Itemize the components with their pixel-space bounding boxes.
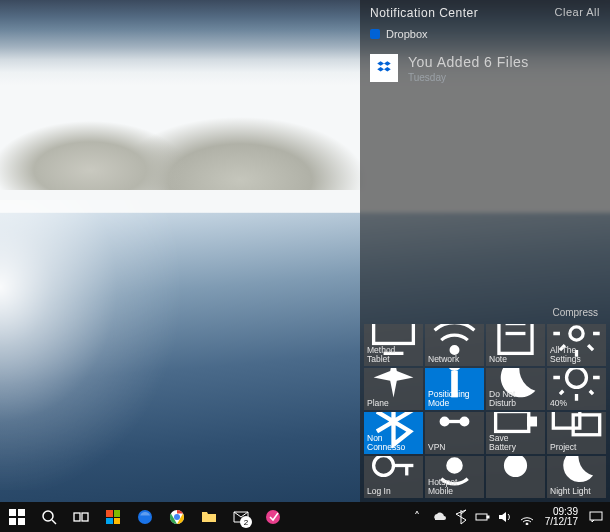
svg-point-36 (526, 523, 528, 525)
quick-tile-label: Method Tablet (367, 346, 420, 364)
svg-point-32 (174, 514, 180, 520)
quick-tile-label: Night Light (550, 487, 603, 496)
wallpaper-mountain (0, 100, 380, 190)
action-center-panel: Notification Center Clear All Dropbox Yo… (360, 0, 610, 502)
quick-tile-location[interactable]: Positioning Mode (425, 368, 484, 410)
key-icon (367, 458, 420, 472)
svg-rect-0 (374, 324, 414, 343)
quick-tile-battery-saver[interactable]: Save Battery (486, 412, 545, 454)
file-explorer-button[interactable] (194, 502, 224, 532)
bluetooth-tray-icon[interactable] (453, 509, 469, 525)
hotspot-icon (428, 458, 481, 472)
mail-badge: 2 (240, 516, 252, 528)
sun-icon (489, 458, 542, 472)
quick-tile-nightlight[interactable]: Night Light (547, 456, 606, 498)
notification-item[interactable]: You Added 6 Files Tuesday (360, 44, 610, 87)
project-icon (550, 414, 603, 428)
svg-point-9 (567, 368, 587, 387)
brightness-icon (550, 370, 603, 384)
quick-action-grid: Method TabletNetworkNoteAll The Settings… (360, 324, 610, 502)
svg-rect-24 (9, 518, 16, 525)
pinned-app-button[interactable] (258, 502, 288, 532)
notification-group: Dropbox (360, 24, 610, 44)
collapse-link[interactable]: Compress (360, 303, 610, 324)
quick-tile-login[interactable]: Log In (364, 456, 423, 498)
taskbar-clock[interactable]: 09:39 7/12/17 (541, 507, 582, 527)
clock-date: 7/12/17 (545, 517, 578, 527)
battery-tray-icon[interactable] (475, 509, 491, 525)
quick-tile-label: Hotspot Mobile (428, 478, 481, 496)
system-tray: ˄ 09:39 7/12/17 (409, 507, 610, 527)
location-icon (428, 370, 481, 384)
quick-tile-settings[interactable]: All The Settings (547, 324, 606, 366)
quick-tile-label: Do Not Disturb (489, 390, 542, 408)
svg-point-7 (448, 368, 461, 370)
svg-rect-37 (590, 512, 602, 520)
svg-rect-28 (74, 513, 80, 521)
svg-point-21 (506, 456, 526, 475)
quick-tile-label: Project (550, 443, 603, 452)
battery-icon (489, 414, 542, 428)
svg-point-20 (448, 458, 461, 471)
airplane-icon (367, 370, 420, 384)
quick-tile-project[interactable]: Project (547, 412, 606, 454)
quick-tile-airplane[interactable]: Plane (364, 368, 423, 410)
notification-app-header[interactable]: Dropbox (370, 28, 600, 40)
task-view-button[interactable] (66, 502, 96, 532)
start-button[interactable] (2, 502, 32, 532)
clear-all-link[interactable]: Clear All (555, 6, 600, 20)
quick-tile-tablet-mode[interactable]: Method Tablet (364, 324, 423, 366)
svg-point-6 (570, 326, 583, 339)
quick-tile-label: Positioning Mode (428, 390, 481, 408)
quick-tile-label: Log In (367, 487, 420, 496)
tablet-icon (367, 326, 420, 340)
quick-tile-label: 40% (550, 399, 603, 408)
network-tray-icon[interactable] (519, 509, 535, 525)
wallpaper-sunglare (0, 200, 230, 490)
mail-button[interactable]: 2 (226, 502, 256, 532)
svg-rect-3 (499, 324, 532, 353)
action-center-tray-icon[interactable] (588, 509, 604, 525)
svg-rect-29 (82, 513, 88, 521)
svg-rect-22 (9, 509, 16, 516)
quick-tile-vpn[interactable]: VPN (425, 412, 484, 454)
notification-title: You Added 6 Files (408, 54, 529, 70)
note-icon (489, 326, 542, 340)
svg-rect-34 (476, 514, 487, 520)
svg-line-27 (52, 520, 56, 524)
quick-tile-nightlight-a[interactable] (486, 456, 545, 498)
quick-tile-hotspot[interactable]: Hotspot Mobile (425, 456, 484, 498)
svg-rect-16 (573, 414, 600, 434)
quick-tile-dnd[interactable]: Do Not Disturb (486, 368, 545, 410)
quick-tile-label: Plane (367, 399, 420, 408)
edge-button[interactable] (130, 502, 160, 532)
quick-tile-label: Network (428, 355, 481, 364)
quick-tile-label: VPN (428, 443, 481, 452)
dropbox-icon (370, 54, 398, 82)
svg-point-26 (43, 511, 53, 521)
quick-tile-label: Non Connesso (367, 434, 420, 452)
quick-tile-bluetooth[interactable]: Non Connesso (364, 412, 423, 454)
svg-rect-35 (487, 516, 489, 518)
store-button[interactable] (98, 502, 128, 532)
wifi-icon (428, 326, 481, 340)
quick-tile-network[interactable]: Network (425, 324, 484, 366)
svg-point-33 (266, 510, 280, 524)
action-center-title: Notification Center (370, 6, 478, 20)
search-button[interactable] (34, 502, 64, 532)
quick-tile-label: Save Battery (489, 434, 542, 452)
quick-tile-label: Note (489, 355, 542, 364)
settings-icon (550, 326, 603, 340)
svg-rect-23 (18, 509, 25, 516)
quick-tile-note[interactable]: Note (486, 324, 545, 366)
moon-icon (489, 370, 542, 384)
notification-time: Tuesday (408, 72, 529, 83)
quick-tile-brightness[interactable]: 40% (547, 368, 606, 410)
quick-tile-label: All The Settings (550, 346, 603, 364)
tray-overflow-icon[interactable]: ˄ (409, 509, 425, 525)
dropbox-appicon (370, 29, 380, 39)
onedrive-tray-icon[interactable] (431, 509, 447, 525)
svg-rect-14 (529, 418, 536, 425)
chrome-button[interactable] (162, 502, 192, 532)
sound-tray-icon[interactable] (497, 509, 513, 525)
